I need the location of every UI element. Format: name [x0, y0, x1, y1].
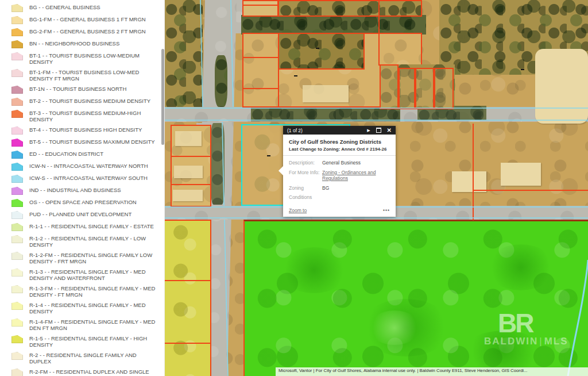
legend-color-swatch — [11, 163, 23, 171]
legend-color-swatch — [11, 86, 23, 94]
legend-item-label: BG-1-FM - - GENERAL BUSINESS 1 FT MRGN — [29, 16, 158, 22]
legend-color-swatch — [11, 187, 23, 195]
branyon-loop-road — [568, 260, 588, 376]
legend-item: BT-5 - - TOURIST BUSINESS MAXIMUM DENSIT… — [11, 139, 164, 147]
legend-item: BG-2-FM - - GENERAL BUSINESS 2 FT MRGN — [11, 28, 164, 36]
map-canvas[interactable]: BR BALDWIN|MLS (1 of 2) ▶ ✕ City of Gulf… — [165, 0, 588, 376]
legend-color-swatch — [11, 98, 23, 106]
popup-field-label: Description: — [289, 160, 322, 166]
popup-field-label: Zoning — [289, 185, 322, 191]
popup-field-row: For More Info: Zoning - Ordinances and R… — [289, 170, 390, 182]
legend-item-label: R-1-1 - - RESIDENTIAL SINGLE FAMILY - ES… — [29, 223, 158, 229]
legend-color-swatch — [11, 69, 23, 77]
legend-color-swatch — [11, 211, 23, 219]
legend-color-swatch — [11, 126, 23, 135]
watermark-suffix: MLS — [544, 336, 568, 347]
legend-color-swatch — [11, 285, 23, 293]
legend-item: R-1-2 - - RESIDENTIAL SINGLE FAMILY - LO… — [11, 235, 164, 248]
legend-item: R-1-4-FM - - RESIDENTIAL SINGLE FAMILY -… — [11, 319, 164, 331]
legend-color-swatch — [11, 235, 23, 243]
legend-item: BT-3 - - TOURIST BUSINESS MEDIUM-HIGH DE… — [11, 110, 164, 122]
legend-item-label: BT-4 - - TOURIST BUSINESS HIGH DENSITY — [29, 126, 158, 133]
zoning-code-chip — [267, 155, 270, 156]
legend-item: BT-2 - - TOURIST BUSINESS MEDIUM DENSITY — [11, 98, 164, 106]
legend-item-label: BT-1N - - TOURIST BUSINESS NORTH — [29, 86, 158, 92]
legend-scrollbar-thumb[interactable] — [161, 49, 164, 145]
legend-item-label: ICW-N - - INTRACOASTAL WATERWAY NORTH — [29, 163, 158, 169]
popup-titlebar: (1 of 2) ▶ ✕ — [283, 126, 396, 135]
legend-color-swatch — [11, 369, 23, 376]
legend-item: R-1-1 - - RESIDENTIAL SINGLE FAMILY - ES… — [11, 223, 164, 231]
legend-item: R-1-5 - - RESIDENTIAL SINGLE FAMILY - HI… — [11, 335, 164, 348]
legend-item-label: BG - - GENERAL BUSINESS — [29, 4, 158, 10]
popup-field-value: General Business — [322, 160, 390, 166]
popup-field-label: For More Info: — [289, 170, 322, 182]
legend-item-label: BT-1 - - TOURIST BUSINESS LOW-MEDIUM DEN… — [29, 52, 158, 65]
legend-item: IND - - INDUSTRIAL AND BUSINESS — [11, 187, 164, 195]
legend-item: BG - - GENERAL BUSINESS — [11, 4, 164, 12]
legend-item-label: R-1-2 - - RESIDENTIAL SINGLE FAMILY - LO… — [29, 235, 158, 248]
legend-color-swatch — [11, 268, 23, 277]
baldwin-mls-watermark: BR BALDWIN|MLS — [484, 312, 568, 347]
popup-field-row: Description: General Business — [289, 160, 390, 166]
zoning-code-chip — [294, 75, 297, 76]
zoning-code-chip — [316, 48, 319, 49]
legend-item: ICW-S - - INTRACOASTAL WATERWAY SOUTH — [11, 175, 164, 183]
legend-item-label: BT-5 - - TOURIST BUSINESS MAXIMUM DENSIT… — [29, 139, 158, 145]
legend-item-label: OS - - OPEN SPACE AND PRESERVATION — [29, 199, 158, 205]
next-feature-icon[interactable]: ▶ — [367, 128, 370, 133]
legend-item: BN - - NEIGHBORHOOD BUSINESS — [11, 40, 164, 48]
map-attribution: Microsoft, Vantor | For City of Gulf Sho… — [276, 367, 588, 376]
legend-item-label: R-2 - - RESIDENTIAL SINGLE FAMILY AND DU… — [29, 352, 158, 365]
legend-item: R-1-3-FM - - RESIDENTIAL SINGLE FAMILY -… — [11, 285, 164, 298]
popup-field-value: Zoning - Ordinances and Regulations — [322, 170, 390, 182]
close-icon[interactable]: ✕ — [387, 128, 392, 133]
legend-item: R-1-2-FM - - RESIDENTIAL SINGLE FAMILY L… — [11, 252, 164, 264]
legend-item-label: BT-3 - - TOURIST BUSINESS MEDIUM-HIGH DE… — [29, 110, 158, 122]
legend-item: BG-1-FM - - GENERAL BUSINESS 1 FT MRGN — [11, 16, 164, 24]
baldwin-mls-logo: BR — [498, 312, 568, 335]
legend-item-label: IND - - INDUSTRIAL AND BUSINESS — [29, 187, 158, 193]
popup-pager: (1 of 2) — [287, 128, 303, 133]
legend-item: PUD - - PLANNED UNIT DEVELOPMENT — [11, 211, 164, 219]
legend-color-swatch — [11, 199, 23, 207]
legend-item-label: R-1-3 - - RESIDENTIAL SINGLE FAMILY - ME… — [29, 268, 158, 281]
legend-color-swatch — [11, 110, 23, 118]
legend-item-label: R-1-2-FM - - RESIDENTIAL SINGLE FAMILY L… — [29, 252, 158, 264]
legend-item: R-1-3 - - RESIDENTIAL SINGLE FAMILY - ME… — [11, 268, 164, 281]
legend-item-label: R-1-4 - - RESIDENTIAL SINGLE FAMILY - ME… — [29, 302, 158, 314]
legend-item: OS - - OPEN SPACE AND PRESERVATION — [11, 199, 164, 207]
popup-footer: Zoom to ••• — [289, 208, 390, 213]
legend-item-label: R-1-3-FM - - RESIDENTIAL SINGLE FAMILY -… — [29, 285, 158, 298]
popup-field-label: Conditions — [289, 194, 322, 201]
zoom-to-link[interactable]: Zoom to — [289, 208, 307, 213]
popup-title: City of Gulf Shores Zoning Districts — [289, 139, 390, 145]
popup-callout-arrow — [278, 166, 283, 175]
legend-color-swatch — [11, 352, 23, 360]
feature-popup: (1 of 2) ▶ ✕ City of Gulf Shores Zoning … — [283, 126, 396, 217]
popup-field-row: Conditions — [289, 194, 390, 201]
popup-subtitle: Last Change to Zoning: Annex Ord # 2194-… — [289, 147, 390, 152]
legend-color-swatch — [11, 139, 23, 147]
legend-item: ICW-N - - INTRACOASTAL WATERWAY NORTH — [11, 163, 164, 171]
legend-item-label: R-1-4-FM - - RESIDENTIAL SINGLE FAMILY -… — [29, 319, 158, 331]
zoning-code-chip — [521, 69, 524, 70]
zoning-legend-panel[interactable]: BG - - GENERAL BUSINESS BG-1-FM - - GENE… — [0, 0, 165, 376]
legend-item: R-2 - - RESIDENTIAL SINGLE FAMILY AND DU… — [11, 352, 164, 365]
watermark-divider: | — [538, 336, 544, 347]
legend-item-label: BT-2 - - TOURIST BUSINESS MEDIUM DENSITY — [29, 98, 158, 104]
legend-item: R-2-FM - - RESIDENTIAL DUPLEX AND SINGLE… — [11, 369, 164, 376]
legend-item-label: ICW-S - - INTRACOASTAL WATERWAY SOUTH — [29, 175, 158, 181]
legend-item: BT-1-FM - - TOURIST BUSINESS LOW-MED DEN… — [11, 69, 164, 82]
legend-color-swatch — [11, 40, 23, 48]
legend-item: BT-1N - - TOURIST BUSINESS NORTH — [11, 86, 164, 94]
legend-item-label: BT-1-FM - - TOURIST BUSINESS LOW-MED DEN… — [29, 69, 158, 82]
legend-color-swatch — [11, 319, 23, 327]
dock-icon[interactable] — [376, 128, 381, 133]
more-options-icon[interactable]: ••• — [383, 208, 390, 213]
legend-color-swatch — [11, 252, 23, 260]
popup-field-value: BG — [322, 185, 390, 191]
legend-item: BT-1 - - TOURIST BUSINESS LOW-MEDIUM DEN… — [11, 52, 164, 65]
legend-color-swatch — [11, 16, 23, 24]
popup-field-row: Zoning BG — [289, 185, 390, 191]
